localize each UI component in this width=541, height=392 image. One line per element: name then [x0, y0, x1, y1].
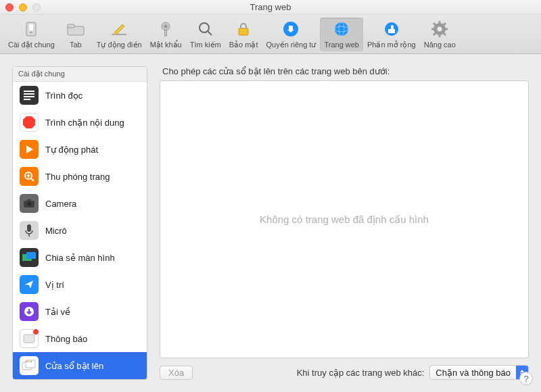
svg-rect-43: [26, 252, 36, 259]
sidebar-item-label: Trình chặn nội dung: [45, 118, 124, 128]
puzzle-icon: [381, 19, 402, 39]
svg-rect-4: [68, 24, 74, 28]
main-footer: Xóa Khi truy cập các trang web khác: Chặ…: [160, 365, 529, 380]
other-websites-select[interactable]: Chặn và thông báo: [429, 365, 529, 380]
switch-icon: [21, 19, 41, 39]
sidebar-item-content-blockers[interactable]: Trình chặn nội dung: [13, 109, 147, 136]
select-value: Chặn và thông báo: [430, 368, 516, 378]
content-area: Cài đặt chung Trình đọc Trình chặn nội d…: [0, 54, 541, 392]
svg-point-49: [28, 361, 30, 362]
svg-rect-28: [24, 93, 34, 95]
sidebar-item-label: Vị trí: [45, 280, 64, 290]
svg-point-13: [335, 22, 348, 36]
download-icon: [20, 302, 39, 321]
sidebar-item-location[interactable]: Vị trí: [13, 271, 147, 298]
svg-rect-30: [24, 99, 30, 100]
window-controls: [5, 3, 41, 11]
svg-rect-27: [24, 91, 34, 92]
svg-rect-2: [30, 32, 32, 33]
sidebar: Cài đặt chung Trình đọc Trình chặn nội d…: [12, 66, 147, 380]
location-icon: [20, 275, 39, 294]
sidebar-item-label: Camera: [45, 199, 76, 209]
titlebar: Trang web: [0, 0, 541, 15]
toolbar-advanced[interactable]: Nâng cao: [420, 18, 460, 51]
svg-line-26: [444, 23, 446, 25]
svg-rect-29: [24, 96, 34, 97]
svg-point-7: [164, 25, 168, 28]
svg-point-50: [30, 361, 32, 362]
toolbar-label: Trang web: [324, 41, 359, 49]
toolbar-label: Nâng cao: [424, 41, 456, 49]
toolbar-search[interactable]: Tìm kiếm: [186, 18, 225, 52]
sidebar-item-popup-windows[interactable]: Cửa sổ bật lên: [13, 352, 147, 379]
microphone-icon: [20, 221, 39, 240]
empty-state-text: Không có trang web đã định cấu hình: [260, 214, 429, 226]
svg-rect-45: [24, 335, 34, 343]
toolbar-autofill[interactable]: Tự động điền: [93, 18, 146, 52]
toolbar-security[interactable]: Bảo mật: [225, 18, 262, 52]
toolbar-tabs[interactable]: Tab: [59, 18, 93, 51]
svg-rect-11: [239, 28, 248, 35]
svg-rect-40: [27, 224, 31, 232]
svg-point-9: [199, 23, 209, 32]
sidebar-item-label: Trình đọc: [45, 91, 83, 101]
sidebar-item-reader[interactable]: Trình đọc: [13, 82, 147, 109]
help-button[interactable]: ?: [519, 372, 533, 385]
websites-list[interactable]: Không có trang web đã định cấu hình: [160, 80, 529, 358]
svg-line-24: [444, 33, 446, 35]
reader-icon: [20, 86, 39, 105]
sidebar-list: Trình đọc Trình chặn nội dung Tự động ph…: [13, 82, 147, 379]
camera-icon: [20, 194, 39, 213]
sidebar-item-camera[interactable]: Camera: [13, 190, 147, 217]
toolbar-label: Cài đặt chung: [8, 41, 55, 49]
sidebar-item-label: Micrô: [45, 226, 67, 236]
sidebar-item-label: Thu phóng trang: [45, 172, 110, 182]
play-icon: [20, 140, 39, 159]
sidebar-item-screen-sharing[interactable]: Chia sẻ màn hình: [13, 244, 147, 271]
lock-icon: [233, 19, 254, 39]
sidebar-item-autoplay[interactable]: Tự động phát: [13, 136, 147, 163]
sidebar-item-downloads[interactable]: Tải về: [13, 298, 147, 325]
svg-marker-31: [23, 116, 35, 128]
toolbar-websites[interactable]: Trang web: [320, 18, 363, 51]
screens-icon: [20, 248, 39, 267]
zoom-icon: [20, 167, 39, 186]
notification-icon: [20, 329, 39, 348]
svg-line-34: [31, 178, 34, 181]
main-panel: Cho phép các cửa sổ bật lên trên các tra…: [160, 66, 529, 380]
svg-line-25: [433, 33, 436, 35]
svg-point-18: [438, 27, 442, 32]
remove-button[interactable]: Xóa: [160, 366, 193, 380]
toolbar-label: Tự động điền: [97, 41, 142, 49]
svg-marker-32: [26, 145, 33, 153]
toolbar-label: Quyền riêng tư: [266, 41, 316, 49]
svg-rect-8: [165, 30, 167, 36]
sidebar-item-notifications[interactable]: Thông báo: [13, 325, 147, 352]
toolbar-label: Phần mở rộng: [367, 41, 416, 49]
toolbar-general[interactable]: Cài đặt chung: [4, 18, 59, 52]
toolbar-passwords[interactable]: Mật khẩu: [146, 18, 186, 52]
zoom-window-button[interactable]: [32, 3, 41, 11]
sidebar-header: Cài đặt chung: [13, 67, 147, 82]
gear-icon: [429, 19, 450, 39]
svg-rect-39: [27, 199, 31, 201]
toolbar-label: Tìm kiếm: [190, 41, 221, 49]
search-icon: [195, 19, 216, 39]
windows-icon: [20, 356, 39, 375]
help-icon: ?: [523, 374, 528, 384]
svg-line-23: [433, 23, 436, 25]
toolbar: Cài đặt chung Tab Tự động điền Mật khẩu …: [0, 15, 541, 54]
sidebar-item-page-zoom[interactable]: Thu phóng trang: [13, 163, 147, 190]
sidebar-item-label: Thông báo: [45, 334, 87, 344]
toolbar-extensions[interactable]: Phần mở rộng: [363, 18, 420, 52]
close-window-button[interactable]: [5, 3, 14, 11]
svg-line-10: [208, 31, 212, 35]
svg-point-48: [26, 361, 28, 362]
sidebar-item-label: Chia sẻ màn hình: [45, 253, 115, 263]
minimize-window-button[interactable]: [19, 3, 27, 11]
toolbar-privacy[interactable]: Quyền riêng tư: [262, 18, 321, 52]
toolbar-label: Bảo mật: [229, 41, 258, 49]
sidebar-item-microphone[interactable]: Micrô: [13, 217, 147, 244]
toolbar-label: Tab: [70, 41, 82, 49]
svg-point-38: [27, 202, 31, 206]
